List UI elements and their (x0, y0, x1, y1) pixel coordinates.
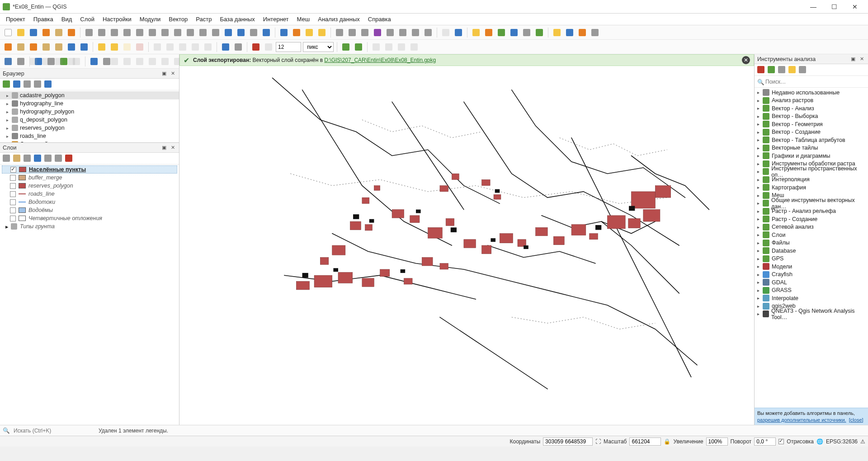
snapping-button[interactable] (250, 42, 261, 52)
layers-close-button[interactable]: ✕ (169, 144, 176, 151)
toolbox-group-14[interactable]: ▸Общие инструменты векторных дан… (755, 199, 868, 207)
statistics-button[interactable] (372, 27, 383, 38)
layer-checkbox[interactable] (10, 207, 16, 213)
layers-tree[interactable]: Населённые пунктыbuffer_mergereserves_po… (0, 165, 179, 425)
toolbox-group-10[interactable]: ▸Инструменты пространственных оп… (755, 168, 868, 176)
layer-checkbox[interactable] (10, 191, 16, 197)
browser-item-4[interactable]: ▸reserves_polygon (0, 124, 179, 132)
layout-manager-button[interactable] (53, 27, 64, 38)
layers-undock-button[interactable]: ▣ (160, 144, 168, 151)
snap-unit-select[interactable]: пикс (303, 42, 334, 52)
toolbox-group-6[interactable]: ▸Вектор - Таблица атрибутов (755, 136, 868, 144)
menu-help[interactable]: Справка (364, 14, 395, 24)
browser-add-button[interactable] (3, 80, 11, 89)
tool-misc-1[interactable] (453, 27, 464, 38)
plugin-button-4[interactable] (521, 27, 532, 38)
zoom-input[interactable] (706, 437, 728, 446)
new-print-layout-button[interactable] (41, 27, 52, 38)
geom-d3[interactable] (396, 42, 407, 52)
minimize-button[interactable]: — (803, 0, 824, 14)
zoom-in-button[interactable] (109, 27, 120, 38)
layer-row-1[interactable]: buffer_merge (2, 174, 177, 182)
hint-link-close[interactable]: [close] (849, 417, 863, 423)
browser-item-5[interactable]: ▸roads_line (0, 132, 179, 140)
edit-d4[interactable] (190, 42, 201, 52)
layer-checkbox[interactable] (10, 216, 16, 221)
tool-dis-1[interactable] (440, 27, 451, 38)
save-project-button[interactable] (28, 27, 39, 38)
field-calculator-button[interactable] (347, 27, 358, 38)
new-geopackage-button[interactable] (53, 42, 64, 52)
notif-link[interactable]: D:\GIS\207_CAR\Entin\Ex08\Ex08_Entin.gpk… (324, 57, 436, 63)
close-button[interactable]: ✕ (844, 0, 865, 14)
browser-refresh-button[interactable] (13, 80, 21, 89)
measure-button[interactable] (385, 27, 396, 38)
toolbox-group-25[interactable]: ▸GRASS (755, 287, 868, 295)
toolbox-group-7[interactable]: ▸Векторные тайлы (755, 144, 868, 152)
toolbox-history-button[interactable] (778, 66, 786, 74)
toolbox-group-4[interactable]: ▸Вектор - Геометрия (755, 120, 868, 128)
zoom-next-button[interactable] (198, 27, 208, 38)
layer-row-7[interactable]: ▸Типы грунта (2, 222, 177, 230)
toolbox-close-button[interactable]: ✕ (858, 56, 865, 63)
zoom-selection-button[interactable] (160, 27, 170, 38)
browser-close-button[interactable]: ✕ (169, 70, 176, 77)
new-spatialite-button[interactable] (66, 42, 77, 52)
layer-row-4[interactable]: Водотоки (2, 198, 177, 206)
menu-mesh[interactable]: Меш (293, 14, 314, 24)
notif-close-button[interactable]: ✕ (742, 56, 750, 64)
geom-d1[interactable] (371, 42, 382, 52)
toolbox-group-19[interactable]: ▸Файлы (755, 239, 868, 247)
toolbox-undock-button[interactable]: ▣ (849, 56, 857, 63)
layer-checkbox[interactable] (10, 183, 16, 189)
locator-input[interactable] (14, 428, 81, 434)
edit-d5[interactable] (203, 42, 213, 52)
new-bookmark-button[interactable] (223, 27, 234, 38)
layer-checkbox[interactable] (10, 199, 16, 205)
zoom-native-button[interactable] (134, 27, 145, 38)
browser-props-button[interactable] (44, 80, 52, 89)
plugin-button-3[interactable] (509, 27, 519, 38)
toolbox-group-16[interactable]: ▸Растр - Создание (755, 215, 868, 223)
extent-icon[interactable]: ⛶ (595, 438, 601, 445)
dig-d2[interactable] (15, 56, 26, 67)
toolbox-group-28[interactable]: ▸QNEAT3 - Qgis Network Analysis Tool… (755, 310, 868, 318)
layers-expand-button[interactable] (44, 155, 52, 163)
maptips-button[interactable] (410, 27, 421, 38)
action-button[interactable] (291, 27, 302, 38)
browser-item-1[interactable]: ▸hydrography_line (0, 99, 179, 108)
dig-d1[interactable] (3, 56, 14, 67)
dig-d9[interactable] (134, 56, 145, 67)
select-by-expression-button[interactable] (316, 27, 327, 38)
plugin-button-5[interactable] (534, 27, 545, 38)
edit-split-button[interactable] (220, 42, 231, 52)
toolbox-group-21[interactable]: ▸GPS (755, 255, 868, 263)
add-vector-button[interactable] (3, 42, 14, 52)
dig-d10[interactable] (147, 56, 158, 67)
geom-d4[interactable] (409, 42, 420, 52)
toolbox-results-button[interactable] (788, 66, 797, 74)
zoom-layer-button[interactable] (172, 27, 183, 38)
toolbox-group-1[interactable]: ▸Анализ растров (755, 97, 868, 105)
python-console-button[interactable] (471, 27, 481, 38)
dig-d3[interactable] (28, 56, 39, 67)
new-project-button[interactable] (3, 27, 14, 38)
menu-database[interactable]: База данных (216, 14, 259, 24)
show-bookmarks-button[interactable] (236, 27, 246, 38)
menu-processing[interactable]: Анализ данных (314, 14, 364, 24)
toolbox-tree[interactable]: ▸Недавно использованные▸Анализ растров▸В… (755, 88, 868, 408)
vertex-tool-button[interactable] (233, 42, 244, 52)
topo-editing-button[interactable] (340, 42, 351, 52)
menu-project[interactable]: Проект (2, 14, 29, 24)
label-button-1[interactable] (96, 42, 107, 52)
plugin-button-6[interactable] (552, 27, 562, 38)
browser-undock-button[interactable]: ▣ (160, 70, 168, 77)
zoom-last-button[interactable] (185, 27, 196, 38)
browser-item-0[interactable]: ▸cadastre_polygon (0, 91, 179, 99)
new-map-view-button[interactable] (210, 27, 221, 38)
layer-row-5[interactable]: Водоёмы (2, 206, 177, 214)
plugin-button-1[interactable] (483, 27, 494, 38)
toolbox-group-5[interactable]: ▸Вектор - Создание (755, 128, 868, 136)
toolbox-group-3[interactable]: ▸Вектор - Выборка (755, 113, 868, 121)
layers-visibility-button[interactable] (24, 155, 32, 163)
